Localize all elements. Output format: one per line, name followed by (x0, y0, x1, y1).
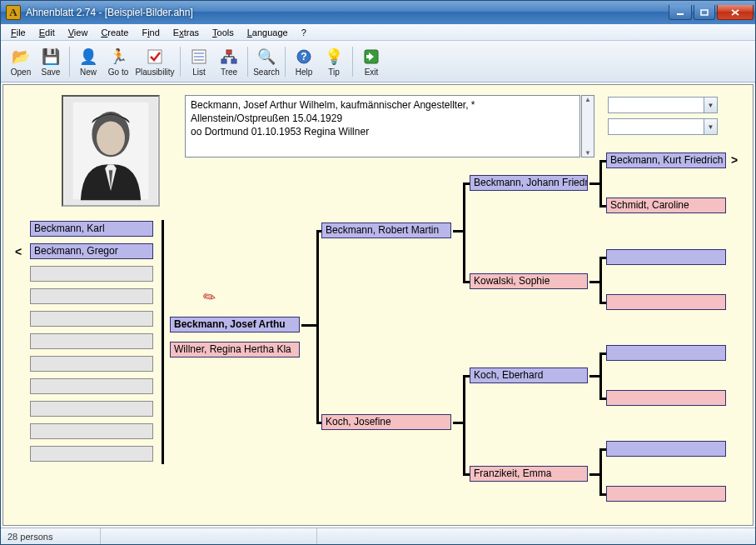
goto-button[interactable]: 🏃 Go to (103, 43, 133, 80)
portrait-icon (63, 97, 158, 205)
connector (162, 220, 164, 464)
spouse-person[interactable]: Willner, Regina Hertha Kla (170, 342, 300, 358)
maternal-grandmother[interactable]: Franzikeit, Emma (470, 466, 588, 482)
exit-icon (361, 47, 381, 67)
gg-person[interactable]: Beckmann, Kurt Friedrich (606, 152, 726, 168)
tree-icon (219, 47, 239, 67)
toolbar-separator (247, 47, 248, 77)
open-label: Open (11, 68, 31, 77)
toolbar: 📂 Open 💾 Save 👤 New 🏃 Go to Plausibility (1, 41, 755, 82)
connector (463, 182, 465, 283)
tree-label: Tree (221, 68, 237, 77)
menu-view[interactable]: View (62, 26, 95, 39)
status-cell (317, 528, 755, 544)
save-button[interactable]: 💾 Save (36, 43, 66, 80)
minimize-button[interactable] (669, 5, 692, 20)
connector (599, 205, 606, 208)
svg-text:?: ? (301, 51, 306, 62)
exit-button[interactable]: Exit (356, 43, 386, 80)
toolbar-separator (69, 47, 70, 77)
father-person[interactable]: Beckmann, Robert Martin (321, 222, 451, 238)
list-icon (189, 47, 209, 67)
menu-help[interactable]: ? (295, 26, 313, 39)
close-button[interactable] (717, 5, 754, 20)
maximize-button[interactable] (694, 5, 715, 20)
gg-person-empty[interactable] (606, 294, 726, 310)
empty-slot[interactable] (30, 378, 153, 394)
empty-slot[interactable] (30, 356, 153, 372)
menu-language[interactable]: Language (241, 26, 295, 39)
statusbar: 28 persons (1, 528, 755, 544)
gg-person-empty[interactable] (606, 345, 726, 361)
new-label: New (80, 68, 97, 77)
connector (599, 448, 606, 451)
gg-person[interactable]: Schmidt, Caroline (606, 198, 726, 213)
gg-person-empty[interactable] (606, 249, 726, 265)
gg-person-empty[interactable] (606, 486, 726, 502)
paternal-grandmother[interactable]: Kowalski, Sophie (470, 273, 588, 289)
focus-person[interactable]: Beckmann, Josef Arthu (170, 317, 300, 332)
person-photo[interactable] (62, 95, 160, 207)
chevron-down-icon: ▼ (704, 119, 717, 134)
paternal-grandfather[interactable]: Beckmann, Johann Friedr (470, 175, 588, 191)
status-cell (101, 528, 317, 544)
menu-tools[interactable]: Tools (206, 26, 241, 39)
sibling-row[interactable]: Beckmann, Gregor (30, 243, 153, 259)
scroll-up-icon: ▲ (584, 96, 591, 103)
connector (599, 257, 602, 304)
svg-rect-11 (231, 59, 236, 63)
empty-slot[interactable] (30, 423, 153, 439)
plausibility-button[interactable]: Plausibility (133, 43, 177, 80)
maximize-icon (700, 9, 709, 16)
menu-find[interactable]: Find (135, 26, 166, 39)
nav-left[interactable]: < (15, 245, 22, 258)
help-button[interactable]: ? Help (289, 43, 319, 80)
empty-slot[interactable] (30, 266, 153, 282)
window-title: Ahnenblatt 2.74 - [Beispiel-Bilder.ahn] (26, 7, 669, 18)
search-label: Search (253, 68, 280, 77)
empty-slot[interactable] (30, 401, 153, 417)
svg-rect-0 (677, 13, 684, 15)
status-persons: 28 persons (1, 528, 101, 544)
close-icon (731, 9, 739, 16)
empty-slot[interactable] (30, 311, 153, 327)
connector (599, 257, 606, 259)
menu-edit[interactable]: Edit (32, 26, 62, 39)
sibling-row[interactable]: Beckmann, Karl (30, 221, 153, 237)
tree-button[interactable]: Tree (214, 43, 244, 80)
new-button[interactable]: 👤 New (73, 43, 103, 80)
list-button[interactable]: List (184, 43, 214, 80)
menu-file[interactable]: File (4, 26, 32, 39)
toolbar-separator (352, 47, 353, 77)
person-detail-text: Beckmann, Josef Arthur Wilhelm, kaufmänn… (185, 95, 580, 158)
save-icon: 💾 (41, 47, 61, 67)
edit-icon[interactable]: ✎ (199, 287, 220, 309)
connector (463, 375, 470, 378)
empty-slot[interactable] (30, 333, 153, 349)
combo-2[interactable]: ▼ (608, 118, 718, 135)
app-icon: A (6, 5, 21, 20)
connector (463, 182, 470, 185)
menu-extras[interactable]: Extras (167, 26, 206, 39)
list-label: List (192, 68, 206, 77)
tip-button[interactable]: 💡 Tip (319, 43, 349, 80)
connector (599, 493, 606, 496)
nav-right[interactable]: > (731, 153, 738, 167)
search-button[interactable]: 🔍 Search (251, 43, 281, 80)
maternal-grandfather[interactable]: Koch, Eberhard (470, 368, 588, 383)
svg-rect-4 (148, 50, 162, 63)
mother-person[interactable]: Koch, Josefine (321, 414, 451, 430)
menu-create[interactable]: Create (94, 26, 135, 39)
detail-scrollbar[interactable]: ▲ ▼ (581, 95, 594, 158)
empty-slot[interactable] (30, 288, 153, 304)
connector (599, 398, 606, 400)
empty-slot[interactable] (30, 446, 153, 462)
svg-rect-1 (701, 10, 708, 15)
connector (599, 448, 602, 496)
help-label: Help (296, 68, 313, 77)
gg-person-empty[interactable] (606, 441, 726, 457)
connector (599, 160, 606, 162)
combo-1[interactable]: ▼ (608, 97, 718, 113)
open-button[interactable]: 📂 Open (6, 43, 36, 80)
gg-person-empty[interactable] (606, 390, 726, 406)
